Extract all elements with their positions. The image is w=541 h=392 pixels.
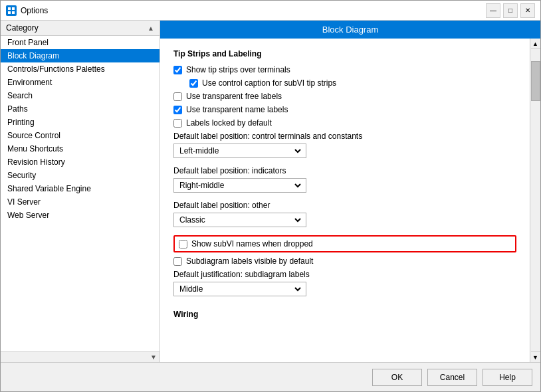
main-content: Category ▲ Front Panel Block Diagram Con… bbox=[1, 21, 540, 362]
subdiagram-labels-checkbox[interactable] bbox=[173, 257, 182, 266]
show-subvi-names-checkbox[interactable] bbox=[179, 240, 187, 248]
sidebar-item-revision-history[interactable]: Revision History bbox=[1, 155, 160, 169]
svg-rect-3 bbox=[12, 11, 15, 14]
options-window: Options — □ ✕ Category ▲ Front Panel Blo… bbox=[0, 0, 541, 392]
tip-strips-section-title: Tip Strips and Labeling bbox=[173, 49, 516, 58]
default-label-other-row: Default label position: other Classic Le… bbox=[173, 201, 516, 227]
show-tip-strips-checkbox[interactable] bbox=[173, 66, 182, 74]
ok-button[interactable]: OK bbox=[372, 369, 422, 386]
sidebar-header: Category ▲ bbox=[1, 21, 160, 36]
default-label-control-dropdown-wrapper[interactable]: Left-middle Right-middle Classic bbox=[173, 144, 306, 158]
maximize-button[interactable]: □ bbox=[503, 3, 518, 18]
default-label-control-label: Default label position: control terminal… bbox=[173, 132, 516, 141]
default-label-control-select[interactable]: Left-middle Right-middle Classic bbox=[177, 146, 303, 156]
scrollbar-down-arrow[interactable]: ▼ bbox=[531, 351, 540, 362]
use-control-caption-label: Use control caption for subVI tip strips bbox=[202, 78, 336, 88]
default-justification-label: Default justification: subdiagram labels bbox=[173, 270, 516, 279]
use-transparent-free-checkbox[interactable] bbox=[173, 92, 182, 101]
title-bar: Options — □ ✕ bbox=[1, 1, 540, 21]
sidebar-item-vi-server[interactable]: VI Server bbox=[1, 195, 160, 209]
sidebar-item-front-panel[interactable]: Front Panel bbox=[1, 36, 160, 49]
labels-locked-label: Labels locked by default bbox=[186, 118, 272, 128]
default-justification-row: Default justification: subdiagram labels… bbox=[173, 270, 516, 296]
minimize-button[interactable]: — bbox=[486, 3, 500, 18]
svg-rect-1 bbox=[12, 7, 15, 10]
show-subvi-names-label: Show subVI names when dropped bbox=[191, 239, 313, 248]
sidebar-header-label: Category bbox=[6, 23, 39, 33]
sidebar-item-web-server[interactable]: Web Server bbox=[1, 209, 160, 222]
show-tip-strips-row: Show tip strips over terminals bbox=[173, 65, 516, 74]
sidebar-item-paths[interactable]: Paths bbox=[1, 102, 160, 116]
use-transparent-name-checkbox[interactable] bbox=[173, 106, 182, 114]
labels-locked-checkbox[interactable] bbox=[173, 119, 182, 128]
panel-body: Tip Strips and Labeling Show tip strips … bbox=[160, 39, 530, 362]
use-control-caption-row: Use control caption for subVI tip strips bbox=[189, 78, 516, 88]
panel-scrollbar[interactable]: ▲ ▼ bbox=[530, 39, 540, 362]
default-label-indicators-dropdown-wrapper[interactable]: Left-middle Right-middle Classic bbox=[173, 178, 306, 193]
footer: OK Cancel Help bbox=[1, 362, 540, 391]
right-panel: Block Diagram Tip Strips and Labeling Sh… bbox=[160, 21, 540, 362]
labels-locked-row: Labels locked by default bbox=[173, 118, 516, 128]
default-justification-dropdown-wrapper[interactable]: Middle Left Right bbox=[173, 282, 306, 296]
panel-header: Block Diagram bbox=[160, 21, 540, 39]
use-transparent-name-label: Use transparent name labels bbox=[186, 105, 288, 114]
sidebar-item-block-diagram[interactable]: Block Diagram bbox=[1, 49, 160, 62]
sidebar-item-source-control[interactable]: Source Control bbox=[1, 129, 160, 142]
default-label-indicators-row: Default label position: indicators Left-… bbox=[173, 166, 516, 193]
sidebar-list: Front Panel Block Diagram Controls/Funct… bbox=[1, 36, 160, 351]
subdiagram-labels-label: Subdiagram labels visible by default bbox=[186, 256, 313, 266]
use-transparent-free-label: Use transparent free labels bbox=[186, 92, 282, 101]
default-label-indicators-label: Default label position: indicators bbox=[173, 166, 516, 175]
sidebar-item-environment[interactable]: Environment bbox=[1, 76, 160, 89]
use-transparent-free-row: Use transparent free labels bbox=[173, 92, 516, 101]
sidebar-item-printing[interactable]: Printing bbox=[1, 116, 160, 129]
default-label-other-select[interactable]: Classic Left-middle Right-middle bbox=[177, 215, 303, 225]
sidebar-item-shared-variable-engine[interactable]: Shared Variable Engine bbox=[1, 182, 160, 195]
wiring-section-title: Wiring bbox=[173, 304, 516, 319]
sidebar-scroll-up[interactable]: ▲ bbox=[148, 25, 154, 32]
show-tip-strips-label: Show tip strips over terminals bbox=[186, 65, 290, 74]
scrollbar-up-arrow[interactable]: ▲ bbox=[531, 39, 540, 49]
svg-rect-0 bbox=[8, 7, 11, 10]
subdiagram-labels-row: Subdiagram labels visible by default bbox=[173, 256, 516, 266]
window-controls: — □ ✕ bbox=[486, 3, 535, 18]
cancel-button[interactable]: Cancel bbox=[427, 369, 477, 386]
default-label-other-dropdown-wrapper[interactable]: Classic Left-middle Right-middle bbox=[173, 213, 306, 227]
window-title: Options bbox=[21, 6, 482, 15]
sidebar: Category ▲ Front Panel Block Diagram Con… bbox=[1, 21, 160, 362]
scrollbar-thumb[interactable] bbox=[531, 61, 540, 101]
show-subvi-names-row: Show subVI names when dropped bbox=[173, 235, 516, 252]
default-label-control-row: Default label position: control terminal… bbox=[173, 132, 516, 158]
sidebar-item-menu-shortcuts[interactable]: Menu Shortcuts bbox=[1, 142, 160, 155]
default-label-indicators-select[interactable]: Left-middle Right-middle Classic bbox=[177, 180, 303, 191]
default-label-other-label: Default label position: other bbox=[173, 201, 516, 210]
window-icon bbox=[6, 5, 17, 16]
svg-rect-2 bbox=[8, 11, 11, 14]
sidebar-item-controls-functions[interactable]: Controls/Functions Palettes bbox=[1, 62, 160, 76]
sidebar-item-security[interactable]: Security bbox=[1, 169, 160, 182]
default-justification-select[interactable]: Middle Left Right bbox=[177, 284, 303, 294]
sidebar-scroll-down[interactable]: ▼ bbox=[150, 353, 157, 361]
sidebar-item-search[interactable]: Search bbox=[1, 89, 160, 102]
use-transparent-name-row: Use transparent name labels bbox=[173, 105, 516, 114]
close-button[interactable]: ✕ bbox=[520, 3, 535, 18]
use-control-caption-checkbox[interactable] bbox=[189, 79, 198, 88]
help-button[interactable]: Help bbox=[483, 369, 532, 386]
